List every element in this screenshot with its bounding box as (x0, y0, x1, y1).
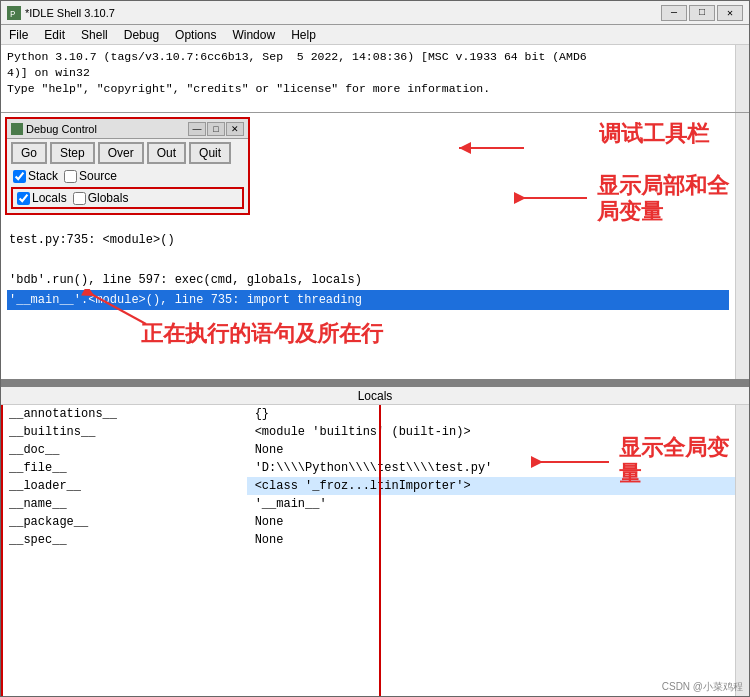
locals-table-row: __builtins__<module 'builtins' (built-in… (1, 423, 749, 441)
locals-key: __spec__ (1, 531, 247, 549)
debug-minimize-btn[interactable]: — (188, 122, 206, 136)
globals-checkbox-label[interactable]: Globals (73, 191, 129, 205)
locals-value: '__main__' (247, 495, 749, 513)
top-panel-scrollbar[interactable] (735, 113, 749, 379)
maximize-button[interactable]: □ (689, 5, 715, 21)
locals-table-row: __annotations__{} (1, 405, 749, 423)
locals-key: __name__ (1, 495, 247, 513)
locals-checkbox[interactable] (17, 192, 30, 205)
locals-value: {} (247, 405, 749, 423)
locals-key: __annotations__ (1, 405, 247, 423)
source-label: Source (79, 169, 117, 183)
menu-shell[interactable]: Shell (77, 28, 112, 42)
locals-value: <module 'builtins' (built-in)> (247, 423, 749, 441)
locals-table-row: __name__'__main__' (1, 495, 749, 513)
shell-line-1: Python 3.10.7 (tags/v3.10.7:6cc6b13, Sep… (7, 49, 743, 65)
stack-label: Stack (28, 169, 58, 183)
debug-out-button[interactable]: Out (147, 142, 186, 164)
debug-title-left: Debug Control (11, 123, 97, 135)
debug-title-text: Debug Control (26, 123, 97, 135)
stack-line-2 (7, 250, 729, 270)
app-window: P *IDLE Shell 3.10.7 — □ ✕ File Edit She… (0, 0, 750, 697)
debug-icon (11, 123, 23, 135)
debug-maximize-btn[interactable]: □ (207, 122, 225, 136)
menu-bar: File Edit Shell Debug Options Window Hel… (1, 25, 749, 45)
menu-window[interactable]: Window (228, 28, 279, 42)
close-button[interactable]: ✕ (717, 5, 743, 21)
title-text: *IDLE Shell 3.10.7 (25, 7, 115, 19)
menu-file[interactable]: File (5, 28, 32, 42)
stack-line-1: test.py:735: <module>() (7, 230, 729, 250)
locals-checkbox-label[interactable]: Locals (17, 191, 67, 205)
locals-table-row: __loader__<class '_froz...ltinImporter'> (1, 477, 749, 495)
debug-buttons-row: Go Step Over Out Quit (7, 139, 248, 167)
locals-table-row: __doc__None (1, 441, 749, 459)
source-checkbox-label[interactable]: Source (64, 169, 117, 183)
locals-content: __annotations__{}__builtins__<module 'bu… (1, 405, 749, 697)
stack-line-4[interactable]: '__main__'.<module>(), line 735: import … (7, 290, 729, 310)
shell-area: Python 3.10.7 (tags/v3.10.7:6cc6b13, Sep… (1, 45, 749, 113)
minimize-button[interactable]: — (661, 5, 687, 21)
locals-table-row: __package__None (1, 513, 749, 531)
menu-options[interactable]: Options (171, 28, 220, 42)
top-panel: Debug Control — □ ✕ Go Step Over Out Qui… (1, 113, 749, 383)
title-bar-buttons: — □ ✕ (661, 5, 743, 21)
debug-title-bar: Debug Control — □ ✕ (7, 119, 248, 139)
checkbox-row-2: Locals Globals (11, 187, 244, 209)
menu-edit[interactable]: Edit (40, 28, 69, 42)
locals-header: Locals (1, 387, 749, 405)
shell-line-2: 4)] on win32 (7, 65, 743, 81)
menu-help[interactable]: Help (287, 28, 320, 42)
locals-key: __doc__ (1, 441, 247, 459)
locals-value: None (247, 513, 749, 531)
locals-table: __annotations__{}__builtins__<module 'bu… (1, 405, 749, 549)
locals-label: Locals (32, 191, 67, 205)
debug-quit-button[interactable]: Quit (189, 142, 231, 164)
debug-win-buttons: — □ ✕ (188, 122, 244, 136)
locals-key: __file__ (1, 459, 247, 477)
stack-checkbox-label[interactable]: Stack (13, 169, 58, 183)
annotation-local-global: 显示局部和全 局变量 (597, 173, 729, 226)
debug-control-window: Debug Control — □ ✕ Go Step Over Out Qui… (5, 117, 250, 215)
shell-scrollbar[interactable] (735, 45, 749, 112)
bottom-panel: Locals __annotations__{}__builtins__<mod… (1, 387, 749, 697)
locals-table-row: __file__'D:\\\\Python\\\\test\\\\test.py… (1, 459, 749, 477)
globals-label: Globals (88, 191, 129, 205)
debug-close-btn[interactable]: ✕ (226, 122, 244, 136)
stack-trace-panel: test.py:735: <module>() 'bdb'.run(), lin… (1, 228, 735, 379)
checkbox-row-1: Stack Source (7, 167, 248, 185)
debug-over-button[interactable]: Over (98, 142, 144, 164)
locals-key: __package__ (1, 513, 247, 531)
source-checkbox[interactable] (64, 170, 77, 183)
toolbar-arrow (449, 133, 529, 163)
python-icon: P (7, 6, 21, 20)
locals-table-row: __spec__None (1, 531, 749, 549)
locals-value: None (247, 441, 749, 459)
local-global-arrow (512, 183, 592, 213)
bottom-panel-scrollbar[interactable] (735, 405, 749, 697)
locals-value: None (247, 531, 749, 549)
svg-text:P: P (10, 10, 15, 19)
locals-key: __loader__ (1, 477, 247, 495)
title-bar: P *IDLE Shell 3.10.7 — □ ✕ (1, 1, 749, 25)
menu-debug[interactable]: Debug (120, 28, 163, 42)
watermark: CSDN @小菜鸡程 (662, 680, 743, 694)
debug-go-button[interactable]: Go (11, 142, 47, 164)
locals-value: 'D:\\\\Python\\\\test\\\\test.py' (247, 459, 749, 477)
locals-value: <class '_froz...ltinImporter'> (247, 477, 749, 495)
annotation-toolbar: 调试工具栏 (599, 119, 709, 149)
locals-key: __builtins__ (1, 423, 247, 441)
stack-checkbox[interactable] (13, 170, 26, 183)
globals-checkbox[interactable] (73, 192, 86, 205)
shell-line-3: Type "help", "copyright", "credits" or "… (7, 81, 743, 97)
debug-step-button[interactable]: Step (50, 142, 95, 164)
stack-line-3: 'bdb'.run(), line 597: exec(cmd, globals… (7, 270, 729, 290)
title-bar-left: P *IDLE Shell 3.10.7 (7, 6, 115, 20)
